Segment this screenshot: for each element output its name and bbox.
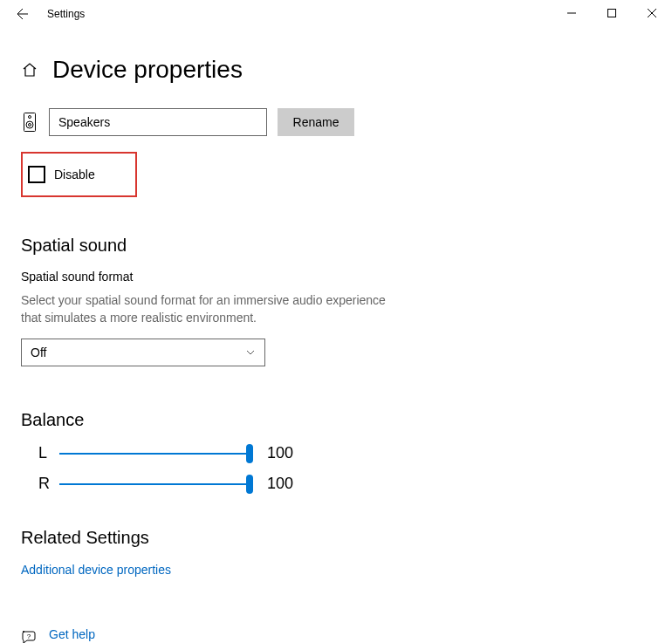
minimize-button[interactable] [552, 0, 592, 26]
window-controls [552, 0, 672, 26]
close-button[interactable] [632, 0, 672, 26]
svg-rect-0 [608, 10, 616, 17]
balance-left-value: 100 [267, 444, 293, 462]
get-help-link[interactable]: Get help [49, 627, 95, 641]
arrow-left-icon [16, 7, 30, 21]
maximize-button[interactable] [592, 0, 632, 26]
window-title: Settings [47, 8, 85, 20]
additional-properties-link[interactable]: Additional device properties [21, 563, 171, 577]
page-title: Device properties [52, 56, 243, 84]
slider-thumb[interactable] [246, 475, 253, 494]
chevron-down-icon [245, 347, 256, 358]
disable-checkbox[interactable] [28, 166, 45, 183]
related-heading: Related Settings [21, 528, 651, 548]
slider-thumb[interactable] [246, 444, 253, 463]
balance-right-row: R 100 [21, 475, 651, 493]
back-button[interactable] [10, 2, 35, 26]
svg-point-3 [26, 121, 33, 128]
balance-right-slider[interactable] [59, 483, 250, 485]
balance-right-label: R [21, 475, 51, 493]
related-settings-section: Related Settings Additional device prope… [21, 528, 651, 584]
close-icon [648, 9, 656, 17]
disable-label: Disable [54, 168, 95, 181]
device-rename-row: Rename [21, 108, 651, 136]
balance-left-slider[interactable] [59, 453, 250, 455]
page-header: Device properties [21, 56, 651, 84]
spatial-heading: Spatial sound [21, 236, 651, 256]
svg-point-2 [29, 116, 31, 119]
device-name-input[interactable] [49, 108, 267, 136]
svg-point-4 [29, 124, 31, 127]
balance-left-label: L [21, 444, 51, 462]
balance-right-value: 100 [267, 475, 293, 493]
maximize-icon [607, 9, 616, 17]
spatial-description: Select your spatial sound format for an … [21, 292, 396, 326]
balance-section: Balance L 100 R 100 [21, 410, 651, 493]
spatial-format-label: Spatial sound format [21, 270, 651, 284]
rename-button[interactable]: Rename [278, 108, 354, 136]
help-chat-icon: ? [21, 630, 37, 643]
spatial-sound-section: Spatial sound Spatial sound format Selec… [21, 236, 651, 366]
balance-left-row: L 100 [21, 444, 651, 462]
balance-heading: Balance [21, 410, 651, 430]
svg-text:?: ? [27, 633, 31, 640]
disable-highlight-box: Disable [21, 152, 137, 197]
home-icon[interactable] [21, 61, 38, 79]
speaker-icon [21, 112, 38, 133]
spatial-selected-value: Off [31, 345, 46, 359]
minimize-icon [567, 9, 576, 17]
help-section: ? Get help Give feedback [21, 627, 651, 643]
spatial-format-select[interactable]: Off [21, 339, 265, 366]
